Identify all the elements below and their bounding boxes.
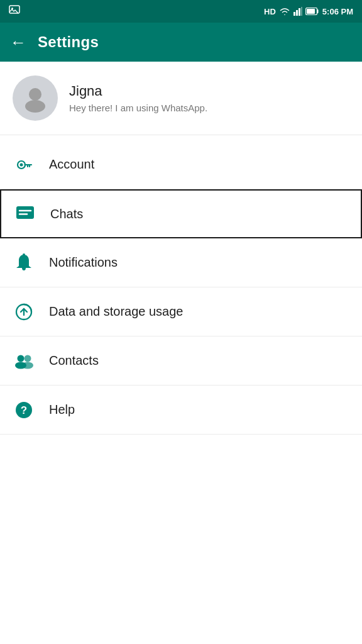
menu-item-help[interactable]: ? Help xyxy=(0,386,362,435)
account-label: Account xyxy=(49,157,94,172)
svg-text:?: ? xyxy=(21,404,27,416)
hd-label: HD xyxy=(264,7,276,16)
svg-rect-12 xyxy=(16,206,34,219)
svg-rect-0 xyxy=(9,6,19,13)
wifi-icon xyxy=(279,7,290,16)
profile-info: Jigna Hey there! I am using WhatsApp. xyxy=(69,83,207,113)
menu-item-data-storage[interactable]: Data and storage usage xyxy=(0,287,362,336)
page-title: Settings xyxy=(38,33,99,51)
profile-name: Jigna xyxy=(69,83,207,99)
time-display: 5:06 PM xyxy=(322,7,353,16)
back-button[interactable]: ← xyxy=(10,34,26,50)
data-storage-label: Data and storage usage xyxy=(49,304,184,319)
status-bar: HD 5:06 PM xyxy=(0,0,362,23)
svg-rect-3 xyxy=(296,10,298,16)
menu-item-contacts[interactable]: Contacts xyxy=(0,336,362,386)
svg-rect-4 xyxy=(299,8,300,16)
svg-rect-2 xyxy=(293,12,295,16)
avatar xyxy=(13,75,58,121)
key-icon xyxy=(13,156,35,174)
menu-item-account[interactable]: Account xyxy=(0,140,362,189)
svg-point-1 xyxy=(11,8,13,9)
chats-label: Chats xyxy=(50,207,83,221)
bell-icon xyxy=(13,253,35,272)
help-label: Help xyxy=(49,402,75,417)
svg-point-11 xyxy=(20,163,23,166)
help-icon: ? xyxy=(13,401,35,419)
battery-icon xyxy=(305,8,319,15)
svg-point-15 xyxy=(23,253,25,256)
svg-point-19 xyxy=(25,355,31,362)
menu-list: Account Chats Notifications xyxy=(0,140,362,435)
avatar-image xyxy=(19,82,51,114)
menu-item-notifications[interactable]: Notifications xyxy=(0,238,362,287)
contacts-icon xyxy=(13,353,35,369)
image-icon xyxy=(9,5,20,15)
svg-point-9 xyxy=(25,100,45,113)
profile-status: Hey there! I am using WhatsApp. xyxy=(69,103,207,113)
svg-point-17 xyxy=(18,355,25,362)
profile-section[interactable]: Jigna Hey there! I am using WhatsApp. xyxy=(0,62,362,135)
chats-icon xyxy=(14,206,36,222)
svg-point-20 xyxy=(22,362,33,369)
signal-icon xyxy=(293,7,302,16)
app-bar: ← Settings xyxy=(0,23,362,62)
notifications-label: Notifications xyxy=(49,255,118,270)
status-bar-left xyxy=(9,5,20,18)
svg-rect-5 xyxy=(301,7,302,16)
data-icon xyxy=(13,303,35,321)
menu-item-chats[interactable]: Chats xyxy=(0,189,362,238)
status-icons: HD 5:06 PM xyxy=(264,7,353,16)
contacts-label: Contacts xyxy=(49,353,99,368)
svg-rect-7 xyxy=(307,9,315,14)
svg-point-8 xyxy=(29,88,41,101)
